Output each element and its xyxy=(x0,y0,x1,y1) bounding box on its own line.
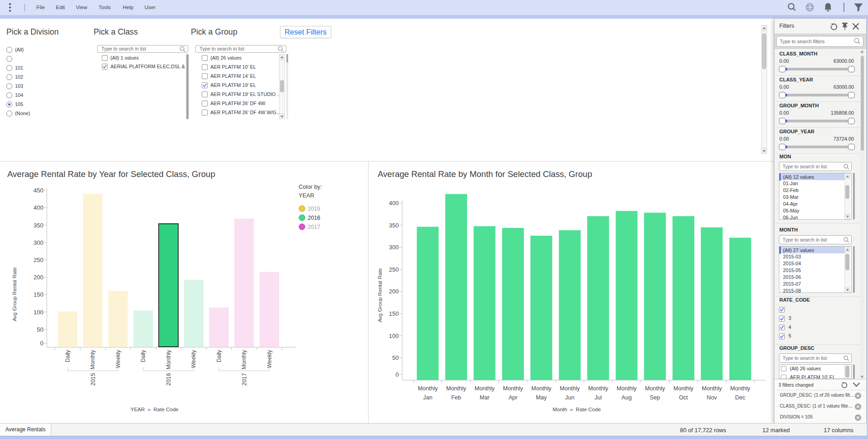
svg-text:200: 200 xyxy=(389,288,399,295)
svg-text:350: 350 xyxy=(34,222,44,229)
svg-text:Feb: Feb xyxy=(451,394,461,401)
svg-text:0: 0 xyxy=(40,340,43,347)
svg-text:Daily: Daily xyxy=(216,349,222,362)
svg-text:200: 200 xyxy=(34,274,44,281)
svg-text:50: 50 xyxy=(392,354,399,361)
svg-text:Jun: Jun xyxy=(565,394,574,401)
svg-text:150: 150 xyxy=(389,310,399,317)
svg-text:2015: 2015 xyxy=(308,206,320,212)
svg-text:YEAR » Rate Code: YEAR » Rate Code xyxy=(130,407,178,412)
svg-text:250: 250 xyxy=(34,257,44,263)
svg-text:Monthly: Monthly xyxy=(560,385,580,392)
svg-text:100: 100 xyxy=(34,309,44,316)
svg-text:Monthly: Monthly xyxy=(241,349,247,369)
svg-text:Daily: Daily xyxy=(65,349,71,362)
svg-text:400: 400 xyxy=(34,204,44,211)
svg-text:Color by:: Color by: xyxy=(299,183,322,190)
svg-text:2015: 2015 xyxy=(90,373,96,386)
svg-text:450: 450 xyxy=(34,187,44,194)
svg-text:Monthly: Monthly xyxy=(446,385,467,392)
svg-text:Month » Rate Code: Month » Rate Code xyxy=(553,407,601,412)
svg-text:Monthly: Monthly xyxy=(418,385,438,392)
svg-text:Daily: Daily xyxy=(140,349,146,362)
svg-text:Monthly: Monthly xyxy=(531,385,552,392)
svg-text:150: 150 xyxy=(34,291,44,298)
svg-text:0: 0 xyxy=(395,371,399,378)
svg-text:Monthly: Monthly xyxy=(474,385,495,392)
svg-text:100: 100 xyxy=(389,333,399,339)
svg-text:Average Rental Rate by Year fo: Average Rental Rate by Year for Selected… xyxy=(7,169,215,179)
svg-text:Monthly: Monthly xyxy=(617,385,637,392)
svg-text:Avg Group Rental Rate: Avg Group Rental Rate xyxy=(377,268,383,323)
svg-text:2017: 2017 xyxy=(241,373,248,386)
svg-text:Aug: Aug xyxy=(622,394,632,401)
svg-text:Weekly: Weekly xyxy=(190,349,197,368)
svg-text:Sep: Sep xyxy=(650,394,660,401)
svg-text:YEAR: YEAR xyxy=(299,192,314,199)
svg-text:Monthly: Monthly xyxy=(165,349,172,369)
svg-text:Monthly: Monthly xyxy=(702,385,722,392)
svg-text:Monthly: Monthly xyxy=(730,385,751,392)
svg-text:250: 250 xyxy=(389,266,399,273)
svg-text:Monthly: Monthly xyxy=(673,385,694,392)
svg-text:Oct: Oct xyxy=(679,394,688,401)
svg-text:Weekly: Weekly xyxy=(115,349,121,368)
svg-text:Mar: Mar xyxy=(479,394,489,401)
svg-text:2016: 2016 xyxy=(165,373,172,386)
svg-text:300: 300 xyxy=(389,244,399,251)
svg-text:May: May xyxy=(536,394,547,401)
svg-text:Avg Group Rental Rate: Avg Group Rental Rate xyxy=(12,267,17,322)
svg-text:Average Rental Rate by Month f: Average Rental Rate by Month for Selecte… xyxy=(378,169,592,179)
svg-text:Dec: Dec xyxy=(735,394,745,401)
svg-text:400: 400 xyxy=(389,200,399,207)
svg-text:Jul: Jul xyxy=(594,394,602,401)
svg-text:Nov: Nov xyxy=(707,394,717,401)
svg-text:Monthly: Monthly xyxy=(90,349,96,369)
svg-text:350: 350 xyxy=(389,222,399,229)
svg-text:Monthly: Monthly xyxy=(645,385,665,392)
svg-text:Monthly: Monthly xyxy=(503,385,524,392)
svg-text:Apr: Apr xyxy=(509,394,518,401)
svg-text:2016: 2016 xyxy=(308,215,320,221)
svg-text:50: 50 xyxy=(37,326,43,333)
svg-text:300: 300 xyxy=(34,239,44,246)
svg-text:Jan: Jan xyxy=(423,394,432,401)
svg-text:Monthly: Monthly xyxy=(588,385,609,392)
svg-text:2017: 2017 xyxy=(308,224,320,230)
svg-text:Weekly: Weekly xyxy=(266,349,273,368)
